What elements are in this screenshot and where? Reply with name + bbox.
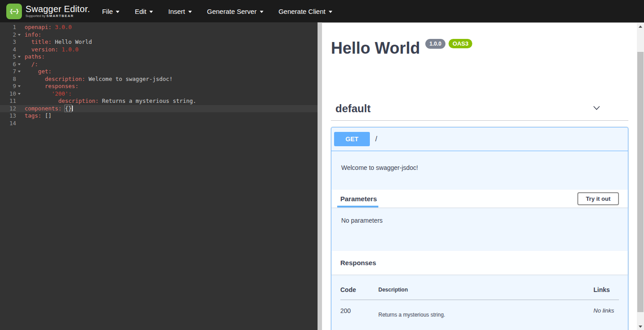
fold-arrow-icon[interactable]: [18, 93, 21, 95]
menu-generate-client[interactable]: Generate Client: [279, 8, 332, 15]
swagger-logo-icon: {⋯}: [6, 4, 22, 19]
code-line: 12components: {}: [0, 105, 318, 113]
scrollbar-thumb[interactable]: [637, 52, 644, 312]
code-line: 11 description: Returns a mysterious str…: [0, 97, 318, 105]
menu-insert-label: Insert: [168, 8, 185, 15]
yaml-code-editor[interactable]: 1openapi: 3.0.02info:3 title: Hello Worl…: [0, 22, 318, 330]
code-text: [21, 120, 25, 127]
line-number: 12: [0, 105, 21, 113]
code-line: 10 '200':: [0, 90, 318, 98]
code-line: 4 version: 1.0.0: [0, 46, 318, 54]
chevron-down-icon: [149, 11, 153, 13]
line-number: 3: [0, 38, 21, 46]
fold-arrow-icon[interactable]: [18, 63, 21, 65]
line-number: 1: [0, 24, 21, 31]
brand-subtitle: Supported by SMARTBEAR: [25, 14, 90, 18]
no-parameters-message: No parameters: [331, 207, 628, 251]
response-links: No links: [593, 300, 619, 318]
chevron-down-icon: [260, 11, 263, 13]
pane-splitter[interactable]: [318, 22, 322, 330]
line-number: 14: [0, 120, 21, 127]
response-description: Returns a mysterious string.: [378, 300, 593, 318]
menu-edit-label: Edit: [135, 8, 146, 15]
line-number: 5: [0, 53, 21, 61]
code-text: '200':: [21, 90, 72, 98]
code-line: 3 title: Hello World: [0, 38, 318, 46]
code-line: 6 /:: [0, 61, 318, 68]
text-cursor: [72, 106, 73, 111]
main-split: 1openapi: 3.0.02info:3 title: Hello Worl…: [0, 22, 644, 330]
scroll-down-arrow-icon[interactable]: [637, 323, 644, 330]
tag-section-default[interactable]: default: [331, 98, 628, 121]
code-line: 13tags: []: [0, 112, 318, 120]
method-get-badge: GET: [334, 132, 370, 146]
line-number: 2: [0, 31, 21, 39]
line-number: 7: [0, 68, 21, 76]
menubar: File Edit Insert Generate Server Generat…: [102, 8, 332, 15]
fold-arrow-icon[interactable]: [18, 85, 21, 87]
code-line: 1openapi: 3.0.0: [0, 24, 318, 31]
try-it-out-button[interactable]: Try it out: [577, 192, 619, 205]
column-header-links: Links: [593, 281, 619, 300]
menu-generate-server-label: Generate Server: [207, 8, 257, 15]
code-text: description: Returns a mysterious string…: [21, 97, 196, 105]
code-text: openapi: 3.0.0: [21, 24, 72, 31]
oas3-badge: OAS3: [449, 39, 472, 48]
menu-generate-server[interactable]: Generate Server: [207, 8, 263, 15]
active-tab-underline: [337, 206, 378, 207]
supported-by-text: Supported by: [25, 14, 47, 18]
swagger-braces-icon: {⋯}: [9, 8, 18, 15]
version-badge: 1.0.0: [425, 39, 445, 49]
code-line: 7 get:: [0, 68, 318, 76]
scroll-up-arrow-icon[interactable]: [637, 23, 644, 30]
line-number: 4: [0, 46, 21, 54]
responses-table: Code Description Links 200 Returns a mys…: [340, 281, 619, 318]
line-number: 10: [0, 90, 21, 98]
code-line: 14: [0, 120, 318, 127]
vertical-scrollbar[interactable]: [637, 22, 644, 330]
brand-title: Swagger Editor.: [25, 4, 90, 14]
code-text: /:: [21, 61, 38, 68]
code-text: paths:: [21, 53, 45, 61]
opblock-summary[interactable]: GET /: [331, 127, 628, 151]
opblock-get: GET / Welcome to swagger-jsdoc! Paramete…: [331, 127, 628, 330]
fold-arrow-icon[interactable]: [18, 56, 21, 58]
chevron-down-icon: [188, 11, 192, 13]
menu-edit[interactable]: Edit: [135, 8, 153, 15]
menu-generate-client-label: Generate Client: [279, 8, 326, 15]
column-header-description: Description: [378, 281, 593, 300]
chevron-down-icon[interactable]: [592, 103, 602, 114]
api-info: Hello World1.0.0OAS3: [331, 39, 628, 73]
column-header-code: Code: [340, 281, 378, 300]
code-text: title: Hello World: [21, 38, 92, 46]
line-number: 11: [0, 97, 21, 105]
line-number: 8: [0, 76, 21, 83]
editor-lines: 1openapi: 3.0.02info:3 title: Hello Worl…: [0, 24, 318, 127]
parameters-tab[interactable]: Parameters: [340, 195, 377, 203]
api-docs-panel: Hello World1.0.0OAS3 default GET / Welco…: [322, 22, 637, 330]
response-code: 200: [340, 300, 378, 318]
menu-file-label: File: [102, 8, 113, 15]
code-text: components: {}: [21, 105, 73, 113]
code-line: 2info:: [0, 31, 318, 39]
line-number: 9: [0, 83, 21, 90]
code-text: tags: []: [21, 112, 51, 120]
chevron-down-icon: [116, 11, 119, 13]
api-title: Hello World: [331, 39, 420, 57]
smartbear-text: SMARTBEAR: [47, 14, 74, 18]
code-line: 5paths:: [0, 53, 318, 61]
fold-arrow-icon[interactable]: [18, 71, 21, 72]
operation-path: /: [375, 135, 377, 143]
fold-arrow-icon[interactable]: [18, 34, 21, 36]
line-number: 13: [0, 112, 21, 120]
menu-file[interactable]: File: [102, 8, 119, 15]
response-row-200: 200 Returns a mysterious string. No link…: [340, 300, 619, 318]
code-text: version: 1.0.0: [21, 46, 78, 54]
menu-insert[interactable]: Insert: [168, 8, 192, 15]
code-line: 8 description: Welcome to swagger-jsdoc!: [0, 76, 318, 83]
responses-body: Code Description Links 200 Returns a mys…: [331, 275, 628, 330]
code-line: 9 responses:: [0, 83, 318, 90]
responses-table-header-row: Code Description Links: [340, 281, 619, 300]
parameters-header: Parameters Try it out: [331, 190, 628, 207]
code-text: info:: [21, 31, 42, 39]
